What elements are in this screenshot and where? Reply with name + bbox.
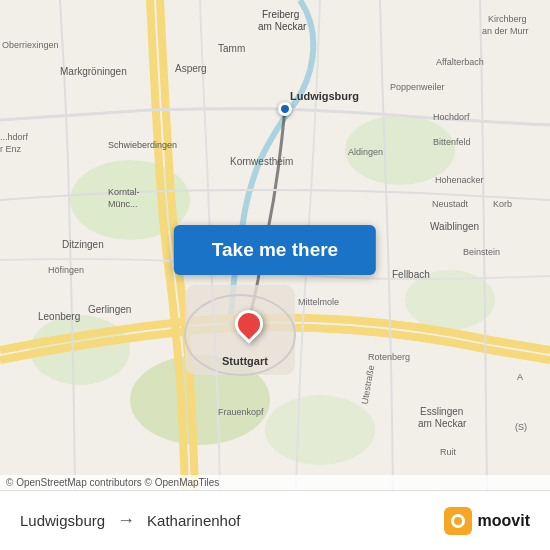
to-location: Katharinenhof bbox=[147, 512, 240, 529]
map-container: Freiberg am Neckar Ludwigsburg Kornwesth… bbox=[0, 0, 550, 490]
svg-text:Münc...: Münc... bbox=[108, 199, 138, 209]
svg-text:Hohenacker: Hohenacker bbox=[435, 175, 484, 185]
svg-text:Markgröningen: Markgröningen bbox=[60, 66, 127, 77]
svg-text:Höfingen: Höfingen bbox=[48, 265, 84, 275]
svg-text:Schwieberdingen: Schwieberdingen bbox=[108, 140, 177, 150]
svg-text:Tamm: Tamm bbox=[218, 43, 245, 54]
moovit-logo: moovit bbox=[444, 507, 530, 535]
svg-text:Asperg: Asperg bbox=[175, 63, 207, 74]
svg-text:...hdorf: ...hdorf bbox=[0, 132, 29, 142]
svg-text:Gerlingen: Gerlingen bbox=[88, 304, 131, 315]
svg-text:Stuttgart: Stuttgart bbox=[222, 355, 268, 367]
svg-text:Ludwigsburg: Ludwigsburg bbox=[290, 90, 359, 102]
svg-text:Fellbach: Fellbach bbox=[392, 269, 430, 280]
svg-text:Korntal-: Korntal- bbox=[108, 187, 140, 197]
svg-text:Aldingen: Aldingen bbox=[348, 147, 383, 157]
svg-text:Waiblingen: Waiblingen bbox=[430, 221, 479, 232]
svg-text:Leonberg: Leonberg bbox=[38, 311, 80, 322]
svg-text:(S): (S) bbox=[515, 422, 527, 432]
moovit-icon bbox=[444, 507, 472, 535]
svg-text:am Neckar: am Neckar bbox=[258, 21, 307, 32]
svg-text:Esslingen: Esslingen bbox=[420, 406, 463, 417]
svg-text:Freiberg: Freiberg bbox=[262, 9, 299, 20]
arrow-icon: → bbox=[117, 510, 135, 531]
svg-text:Hochdorf: Hochdorf bbox=[433, 112, 470, 122]
svg-text:Rotenberg: Rotenberg bbox=[368, 352, 410, 362]
svg-text:Mittelmole: Mittelmole bbox=[298, 297, 339, 307]
take-me-there-button[interactable]: Take me there bbox=[174, 225, 376, 275]
svg-text:Neustadt: Neustadt bbox=[432, 199, 469, 209]
svg-text:Kornwestheim: Kornwestheim bbox=[230, 156, 293, 167]
svg-text:Poppenweiler: Poppenweiler bbox=[390, 82, 445, 92]
svg-text:an der Murr: an der Murr bbox=[482, 26, 529, 36]
from-location: Ludwigsburg bbox=[20, 512, 105, 529]
svg-text:A: A bbox=[517, 372, 523, 382]
svg-text:Ditzingen: Ditzingen bbox=[62, 239, 104, 250]
svg-text:Frauenkopf: Frauenkopf bbox=[218, 407, 264, 417]
svg-text:Affalterbach: Affalterbach bbox=[436, 57, 484, 67]
destination-pin bbox=[235, 310, 263, 338]
svg-text:Ruit: Ruit bbox=[440, 447, 457, 457]
bottom-bar: Ludwigsburg → Katharinenhof moovit bbox=[0, 490, 550, 550]
svg-text:r Enz: r Enz bbox=[0, 144, 22, 154]
svg-text:Oberriexingen: Oberriexingen bbox=[2, 40, 59, 50]
svg-text:Bittenfeld: Bittenfeld bbox=[433, 137, 471, 147]
svg-text:Beinstein: Beinstein bbox=[463, 247, 500, 257]
svg-text:Korb: Korb bbox=[493, 199, 512, 209]
svg-point-6 bbox=[265, 395, 375, 465]
svg-text:Kirchberg: Kirchberg bbox=[488, 14, 527, 24]
svg-text:am Neckar: am Neckar bbox=[418, 418, 467, 429]
svg-point-51 bbox=[454, 517, 462, 525]
moovit-text: moovit bbox=[478, 512, 530, 530]
origin-dot bbox=[278, 102, 292, 116]
map-attribution: © OpenStreetMap contributors © OpenMapTi… bbox=[0, 475, 550, 490]
